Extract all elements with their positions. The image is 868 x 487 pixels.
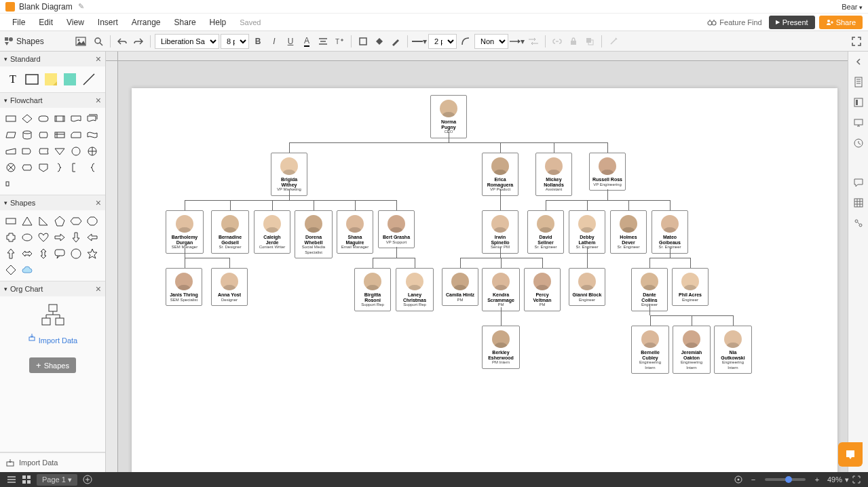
- line-style-button[interactable]: ▾: [412, 34, 427, 49]
- search-button[interactable]: [91, 34, 106, 49]
- org-node[interactable]: Bert GrashaVP Support: [378, 210, 415, 248]
- fc-data-io[interactable]: [4, 128, 18, 142]
- shapes-panel-button[interactable]: Shapes: [4, 37, 44, 46]
- line-width-select[interactable]: 2 px: [428, 34, 457, 49]
- org-node[interactable]: Russell RossVP Engineering: [589, 153, 626, 191]
- outline-panel-button[interactable]: [851, 95, 866, 110]
- fc-process[interactable]: [4, 112, 18, 125]
- grid-view-button[interactable]: [19, 472, 34, 487]
- font-family-select[interactable]: Liberation Sans: [155, 34, 219, 49]
- sh-star[interactable]: [86, 247, 99, 260]
- arrow-end-button[interactable]: ▾: [510, 34, 525, 49]
- shape-note-teal[interactable]: [62, 72, 77, 87]
- sh-circle[interactable]: [69, 247, 83, 260]
- org-node[interactable]: Kendra ScrammagePM: [482, 268, 520, 311]
- org-node[interactable]: Nia GutkowskiEngineering Intern: [714, 326, 752, 374]
- fc-merge[interactable]: [53, 144, 67, 158]
- insert-image-button[interactable]: [73, 34, 88, 49]
- page-tab[interactable]: Page 1 ▾: [37, 474, 77, 486]
- sh-arrow-left[interactable]: [86, 231, 99, 244]
- org-node[interactable]: Anna YostDesigner: [211, 268, 248, 306]
- org-node[interactable]: Berkley EsherwoodPM Intern: [482, 326, 520, 369]
- org-node[interactable]: Janis ThringSEM Specialist: [166, 268, 202, 306]
- fill-color-button[interactable]: [372, 34, 387, 49]
- fc-manual-input[interactable]: [4, 144, 18, 158]
- zoom-slider[interactable]: [765, 478, 806, 481]
- undo-button[interactable]: [115, 34, 130, 49]
- fc-predefined[interactable]: [53, 112, 67, 125]
- close-icon[interactable]: ×: [96, 197, 101, 208]
- fc-card[interactable]: [69, 128, 83, 142]
- panel-header-shapes[interactable]: ▾ Shapes ×: [0, 195, 105, 210]
- import-data-link[interactable]: Import Data: [28, 333, 77, 348]
- org-node[interactable]: Bernadine GodsellSr. Designer: [211, 210, 249, 254]
- sh-arrow-down[interactable]: [69, 231, 83, 244]
- org-node[interactable]: Caleigh JerdeContent Writer: [254, 210, 290, 254]
- menu-insert[interactable]: Insert: [91, 15, 125, 30]
- org-node[interactable]: Camila HintzPM: [442, 268, 478, 306]
- slides-panel-button[interactable]: [851, 115, 866, 130]
- redo-button[interactable]: [131, 34, 146, 49]
- close-icon[interactable]: ×: [96, 54, 101, 64]
- shape-fill-button[interactable]: [356, 34, 371, 49]
- fc-or[interactable]: [86, 144, 99, 158]
- sh-arrow-right[interactable]: [53, 231, 67, 244]
- sh-triangle[interactable]: [20, 214, 34, 228]
- sh-right-triangle[interactable]: [37, 214, 50, 228]
- canvas-scroll[interactable]: Norma PugnyCEOBrigida WitheyVP Marketing…: [118, 61, 848, 472]
- menu-edit[interactable]: Edit: [32, 15, 60, 30]
- fc-text-block[interactable]: [4, 177, 18, 191]
- menu-share[interactable]: Share: [168, 15, 203, 30]
- org-node[interactable]: Birgitta RosoniSupport Rep: [354, 268, 391, 311]
- close-icon[interactable]: ×: [96, 95, 101, 106]
- org-node[interactable]: Bernelle CubleyEngineering Intern: [631, 326, 669, 374]
- canvas-page[interactable]: Norma PugnyCEOBrigida WitheyVP Marketing…: [132, 88, 837, 472]
- org-node[interactable]: Jeremiah OaktonEngineering Intern: [673, 326, 711, 374]
- swap-arrows-button[interactable]: [526, 34, 541, 49]
- list-view-button[interactable]: [4, 472, 19, 487]
- feature-find-button[interactable]: Feature Find: [707, 18, 761, 26]
- sh-cloud[interactable]: [20, 263, 34, 277]
- layer-button[interactable]: [582, 34, 597, 49]
- bottom-import-data[interactable]: Import Data: [0, 452, 105, 472]
- font-size-select[interactable]: 8 pt: [221, 34, 249, 49]
- fc-directdata[interactable]: [37, 128, 50, 142]
- panel-header-orgchart[interactable]: ▾ Org Chart ×: [0, 281, 105, 296]
- sh-ellipse[interactable]: [20, 231, 34, 244]
- org-node[interactable]: David SellnerSr. Engineer: [527, 210, 564, 254]
- line-shape-button[interactable]: [458, 34, 473, 49]
- fc-sum[interactable]: [4, 161, 18, 174]
- text-color-button[interactable]: A: [299, 34, 314, 49]
- lock-button[interactable]: [566, 34, 581, 49]
- collapse-rail-button[interactable]: [851, 54, 866, 69]
- link-button[interactable]: [550, 34, 565, 49]
- org-chart-shape[interactable]: [41, 303, 65, 326]
- fc-brace-right[interactable]: [53, 161, 67, 174]
- fc-multidoc[interactable]: [86, 112, 99, 125]
- org-node[interactable]: Gianni BlockEngineer: [569, 268, 605, 306]
- org-node[interactable]: Bartholemy DurganSEM Manager: [166, 210, 204, 254]
- edit-title-icon[interactable]: ✎: [78, 2, 84, 11]
- bold-button[interactable]: B: [250, 34, 265, 49]
- present-button[interactable]: Present: [769, 16, 815, 29]
- add-page-button[interactable]: [80, 472, 95, 487]
- close-icon[interactable]: ×: [96, 284, 101, 294]
- sh-pentagon[interactable]: [53, 214, 67, 228]
- fc-decision[interactable]: [20, 112, 34, 125]
- fit-button[interactable]: [731, 472, 746, 487]
- sh-cross[interactable]: [4, 231, 18, 244]
- help-button[interactable]: [838, 442, 863, 467]
- menu-arrange[interactable]: Arrange: [125, 15, 168, 30]
- zoom-in-button[interactable]: +: [810, 472, 825, 487]
- fullscreen-bottom-button[interactable]: [849, 472, 864, 487]
- shape-rect[interactable]: [24, 72, 39, 87]
- shape-line[interactable]: [81, 72, 96, 87]
- fc-database[interactable]: [20, 128, 34, 142]
- text-options-button[interactable]: T: [332, 34, 347, 49]
- panel-header-flowchart[interactable]: ▾ Flowchart ×: [0, 93, 105, 108]
- magic-button[interactable]: [606, 34, 621, 49]
- fc-document[interactable]: [69, 112, 83, 125]
- fc-offpage[interactable]: [37, 161, 50, 174]
- org-node[interactable]: Phil AcresEngineer: [672, 268, 709, 306]
- org-node[interactable]: Percy VeltmanPM: [524, 268, 561, 311]
